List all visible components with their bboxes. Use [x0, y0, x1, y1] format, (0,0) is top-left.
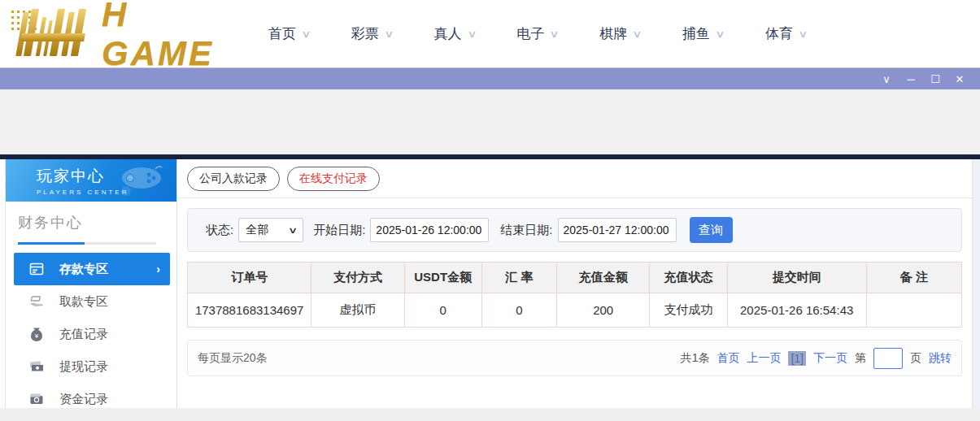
start-date-label: 开始日期:: [313, 223, 365, 238]
col-order-id: 订单号: [188, 263, 311, 293]
top-nav-bar: H GAME 首页 ∨ 彩票 ∨ 真人 ∨ 电子 ∨ 棋牌 ∨ 捕鱼 ∨ 体育 …: [0, 0, 980, 68]
players-center-header: 玩家中心 PLAYERS CENTER: [6, 159, 176, 202]
window-minimize-icon[interactable]: ─: [899, 73, 923, 85]
tab-online-payment-records[interactable]: 在线支付记录: [287, 167, 380, 191]
sidebar-item-recharge-records[interactable]: ¥ 充值记录: [6, 318, 176, 350]
cell-recharge-amount: 200: [557, 293, 650, 328]
status-select[interactable]: 全部 ∨: [238, 218, 303, 242]
main-nav: 首页 ∨ 彩票 ∨ 真人 ∨ 电子 ∨ 棋牌 ∨ 捕鱼 ∨ 体育 ∨: [244, 24, 807, 43]
pager-controls: 共1条 首页 上一页 [1] 下一页 第 页 跳转: [681, 348, 952, 369]
col-payment-method: 支付方式: [311, 263, 404, 293]
col-submit-time: 提交时间: [727, 263, 866, 293]
col-recharge-status: 充值状态: [650, 263, 727, 293]
main-panel: 公司入款记录 在线支付记录 状态: 全部 ∨ 开始日期: 结束日期: 查询 订: [177, 159, 973, 408]
first-page-link[interactable]: 首页: [716, 351, 739, 366]
cell-exchange-rate: 0: [481, 293, 556, 328]
sidebar: 玩家中心 PLAYERS CENTER 财务中心: [5, 159, 177, 408]
sidebar-item-withdraw-zone[interactable]: 取款专区: [6, 285, 176, 318]
filter-panel: 状态: 全部 ∨ 开始日期: 结束日期: 查询: [187, 208, 962, 252]
chevron-down-icon: ∨: [384, 28, 394, 40]
jump-suffix-label: 页: [910, 351, 921, 366]
query-button[interactable]: 查询: [690, 217, 733, 243]
select-chevron-icon: ∨: [288, 225, 298, 236]
banknotes-icon: [28, 358, 45, 375]
hand-cash-icon: [28, 293, 45, 310]
nav-item-slots[interactable]: 电子 ∨: [516, 24, 558, 43]
sidebar-item-label: 资金记录: [59, 392, 108, 407]
chevron-down-icon: ∨: [798, 28, 808, 40]
money-bag-icon: ¥: [28, 326, 45, 342]
table-row: 1737881683134697 虚拟币 0 0 200 支付成功 2025-0…: [188, 293, 962, 328]
sidebar-menu: 存款专区 › 取款专区 ¥ 充值记录 提现记录: [6, 253, 176, 415]
sidebar-item-withdrawal-records[interactable]: 提现记录: [6, 350, 176, 383]
prev-page-link[interactable]: 上一页: [747, 351, 781, 366]
status-selected-value: 全部: [246, 223, 268, 237]
logo-hh-icon: [8, 9, 98, 59]
col-exchange-rate: 汇 率: [481, 263, 556, 293]
cell-usdt-amount: 0: [404, 293, 481, 328]
cell-recharge-status: 支付成功: [650, 293, 727, 328]
finance-center-heading: 财务中心: [18, 213, 176, 232]
col-usdt-amount: USDT金额: [404, 263, 481, 293]
chevron-down-icon: ∨: [632, 28, 642, 40]
window-menu-chevron-icon[interactable]: ∨: [874, 73, 899, 85]
chevron-right-icon: ›: [156, 263, 160, 276]
sidebar-item-label: 提现记录: [59, 359, 108, 375]
record-tabs: 公司入款记录 在线支付记录: [177, 159, 972, 198]
window-maximize-icon[interactable]: ☐: [923, 73, 947, 85]
sidebar-item-funds-records[interactable]: 资金记录: [6, 383, 176, 415]
content-area: 玩家中心 PLAYERS CENTER 财务中心: [0, 159, 980, 408]
records-table: 订单号 支付方式 USDT金额 汇 率 充值金额 充值状态 提交时间 备 注 1…: [187, 262, 962, 328]
chevron-down-icon: ∨: [715, 28, 725, 40]
col-remark: 备 注: [866, 263, 961, 293]
next-page-link[interactable]: 下一页: [813, 351, 847, 366]
end-date-input[interactable]: [558, 218, 677, 242]
finance-heading-rule: [18, 242, 156, 245]
sidebar-item-deposit-zone[interactable]: 存款专区 ›: [14, 253, 170, 285]
wallet-money-icon: [28, 391, 45, 407]
table-header-row: 订单号 支付方式 USDT金额 汇 率 充值金额 充值状态 提交时间 备 注: [188, 263, 962, 293]
cell-order-id: 1737881683134697: [188, 293, 311, 328]
deposit-card-icon: [28, 261, 45, 277]
nav-item-sports[interactable]: 体育 ∨: [765, 24, 807, 43]
site-logo[interactable]: H GAME: [0, 0, 244, 68]
nav-item-fishing[interactable]: 捕鱼 ∨: [682, 24, 724, 43]
pagination-bar: 每页显示20条 共1条 首页 上一页 [1] 下一页 第 页 跳转: [187, 340, 962, 376]
gamepad-icon: [118, 164, 165, 197]
sidebar-item-label: 取款专区: [59, 294, 108, 310]
nav-item-home[interactable]: 首页 ∨: [268, 24, 310, 43]
nav-item-live[interactable]: 真人 ∨: [434, 24, 476, 43]
total-count: 共1条: [681, 351, 710, 366]
page-spacer: [0, 89, 980, 154]
tab-company-deposit-records[interactable]: 公司入款记录: [187, 167, 280, 191]
right-margin-strip: [973, 159, 980, 408]
end-date-label: 结束日期:: [500, 223, 552, 238]
jump-button[interactable]: 跳转: [929, 351, 952, 366]
jump-prefix-label: 第: [855, 351, 866, 366]
nav-item-chess[interactable]: 棋牌 ∨: [599, 24, 641, 43]
sidebar-item-label: 存款专区: [59, 262, 108, 277]
current-page-indicator: [1]: [788, 351, 806, 366]
per-page-text: 每页显示20条: [198, 351, 268, 366]
chevron-down-icon: ∨: [550, 28, 560, 40]
cell-submit-time: 2025-01-26 16:54:43: [727, 293, 866, 328]
cell-remark: [866, 293, 961, 328]
sidebar-item-label: 充值记录: [59, 327, 108, 342]
start-date-input[interactable]: [370, 218, 489, 242]
logo-text: H GAME: [102, 0, 244, 73]
chevron-down-icon: ∨: [467, 28, 477, 40]
chevron-down-icon: ∨: [301, 28, 311, 40]
col-recharge-amount: 充值金额: [557, 263, 650, 293]
window-close-icon[interactable]: ✕: [947, 73, 972, 85]
page-jump-input[interactable]: [873, 348, 903, 369]
svg-text:¥: ¥: [34, 332, 39, 340]
nav-item-lottery[interactable]: 彩票 ∨: [351, 24, 393, 43]
status-label: 状态:: [206, 223, 233, 238]
cell-payment-method: 虚拟币: [311, 293, 404, 328]
